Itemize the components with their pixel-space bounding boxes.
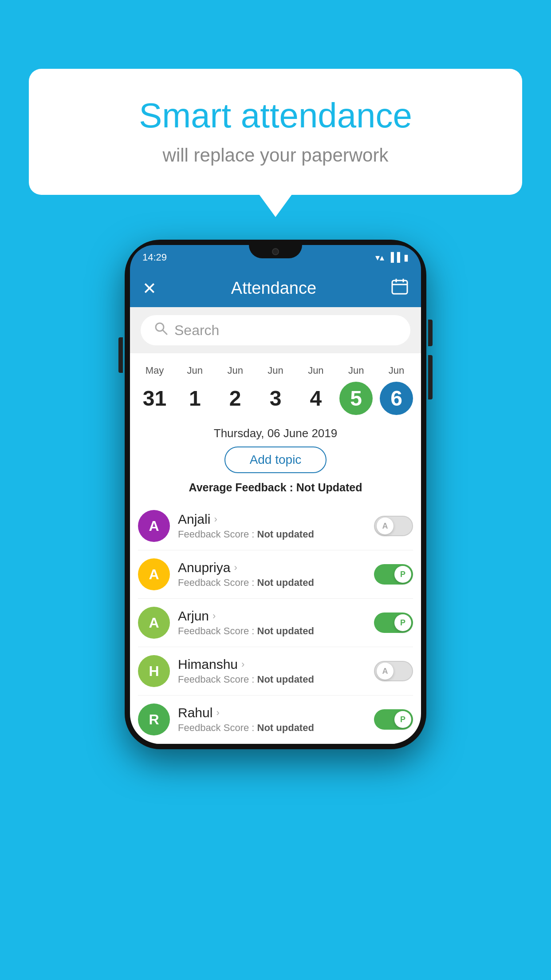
student-info-1: Anupriya ›Feedback Score : Not updated bbox=[178, 560, 374, 589]
search-container: Search bbox=[130, 307, 421, 353]
student-name-2[interactable]: Arjun › bbox=[178, 609, 374, 624]
date-scroll[interactable]: May31Jun1Jun2Jun3Jun4Jun5Jun6 bbox=[130, 353, 421, 423]
status-icons: ▾▴ ▐▐ ▮ bbox=[375, 252, 409, 263]
student-info-0: Anjali ›Feedback Score : Not updated bbox=[178, 512, 374, 540]
phone-notch bbox=[249, 245, 302, 258]
add-topic-container: Add topic bbox=[130, 447, 421, 473]
bubble-title: Smart attendance bbox=[64, 95, 487, 136]
close-icon[interactable]: ✕ bbox=[142, 279, 157, 298]
student-info-2: Arjun ›Feedback Score : Not updated bbox=[178, 609, 374, 637]
date-month-4: Jun bbox=[308, 365, 323, 376]
toggle-knob-2: P bbox=[394, 614, 411, 631]
avg-feedback-value: Not Updated bbox=[296, 481, 362, 494]
toggle-wrap-0[interactable]: A bbox=[374, 516, 413, 536]
toggle-wrap-2[interactable]: P bbox=[374, 612, 413, 633]
date-day-0[interactable]: 31 bbox=[138, 382, 171, 415]
phone-wrapper: 14:29 ▾▴ ▐▐ ▮ ✕ Attendance bbox=[125, 240, 426, 749]
avatar-0: A bbox=[138, 510, 170, 542]
toggle-4[interactable]: P bbox=[374, 709, 413, 730]
student-name-3[interactable]: Himanshu › bbox=[178, 657, 374, 672]
date-day-5[interactable]: 5 bbox=[339, 382, 373, 415]
date-day-2[interactable]: 2 bbox=[219, 382, 252, 415]
phone-screen: Search May31Jun1Jun2Jun3Jun4Jun5Jun6 Thu… bbox=[130, 307, 421, 744]
volume-button bbox=[118, 337, 123, 373]
toggle-0[interactable]: A bbox=[374, 516, 413, 536]
toggle-1[interactable]: P bbox=[374, 564, 413, 585]
signal-icon: ▐▐ bbox=[388, 252, 400, 262]
avatar-2: A bbox=[138, 607, 170, 639]
calendar-icon[interactable] bbox=[391, 277, 409, 299]
date-day-1[interactable]: 1 bbox=[178, 382, 212, 415]
add-topic-button[interactable]: Add topic bbox=[224, 447, 327, 473]
date-col-0[interactable]: May31 bbox=[134, 361, 175, 419]
bubble-subtitle: will replace your paperwork bbox=[64, 145, 487, 166]
status-bar: 14:29 ▾▴ ▐▐ ▮ bbox=[130, 245, 421, 269]
avatar-1: A bbox=[138, 558, 170, 590]
speech-bubble: Smart attendance will replace your paper… bbox=[29, 69, 522, 195]
toggle-knob-0: A bbox=[377, 518, 394, 534]
student-name-0[interactable]: Anjali › bbox=[178, 512, 374, 527]
avatar-4: R bbox=[138, 703, 170, 735]
app-title: Attendance bbox=[231, 279, 316, 298]
avg-feedback-label: Average Feedback : bbox=[189, 481, 296, 494]
camera-dot bbox=[272, 248, 279, 255]
selected-date: Thursday, 06 June 2019 bbox=[130, 423, 421, 447]
student-row-4[interactable]: RRahul ›Feedback Score : Not updatedP bbox=[138, 695, 413, 744]
student-feedback-2: Feedback Score : Not updated bbox=[178, 625, 374, 637]
status-time: 14:29 bbox=[142, 252, 167, 263]
toggle-wrap-3[interactable]: A bbox=[374, 661, 413, 681]
toggle-2[interactable]: P bbox=[374, 612, 413, 633]
toggle-knob-3: A bbox=[377, 663, 394, 680]
search-icon bbox=[154, 321, 168, 339]
date-month-0: May bbox=[146, 365, 164, 376]
svg-line-5 bbox=[163, 330, 167, 334]
date-month-6: Jun bbox=[389, 365, 404, 376]
svg-rect-0 bbox=[392, 281, 407, 294]
date-day-4[interactable]: 4 bbox=[299, 382, 332, 415]
date-day-3[interactable]: 3 bbox=[259, 382, 292, 415]
toggle-wrap-1[interactable]: P bbox=[374, 564, 413, 585]
student-row-0[interactable]: AAnjali ›Feedback Score : Not updatedA bbox=[138, 502, 413, 550]
student-row-2[interactable]: AArjun ›Feedback Score : Not updatedP bbox=[138, 599, 413, 647]
camera-button bbox=[428, 355, 433, 399]
date-col-4[interactable]: Jun4 bbox=[295, 361, 336, 419]
toggle-3[interactable]: A bbox=[374, 661, 413, 681]
student-feedback-4: Feedback Score : Not updated bbox=[178, 722, 374, 734]
date-month-5: Jun bbox=[348, 365, 364, 376]
app-bar: ✕ Attendance bbox=[130, 269, 421, 307]
battery-icon: ▮ bbox=[404, 252, 409, 263]
student-list: AAnjali ›Feedback Score : Not updatedAAA… bbox=[130, 502, 421, 744]
student-info-4: Rahul ›Feedback Score : Not updated bbox=[178, 705, 374, 734]
date-day-6[interactable]: 6 bbox=[380, 382, 413, 415]
student-feedback-1: Feedback Score : Not updated bbox=[178, 577, 374, 589]
date-col-1[interactable]: Jun1 bbox=[175, 361, 215, 419]
toggle-knob-4: P bbox=[394, 711, 411, 728]
avg-feedback: Average Feedback : Not Updated bbox=[130, 481, 421, 502]
search-bar[interactable]: Search bbox=[141, 315, 410, 345]
avatar-3: H bbox=[138, 655, 170, 687]
phone-outer: 14:29 ▾▴ ▐▐ ▮ ✕ Attendance bbox=[125, 240, 426, 749]
power-button bbox=[428, 320, 433, 346]
date-month-3: Jun bbox=[268, 365, 283, 376]
toggle-wrap-4[interactable]: P bbox=[374, 709, 413, 730]
student-name-4[interactable]: Rahul › bbox=[178, 705, 374, 720]
date-col-6[interactable]: Jun6 bbox=[376, 361, 417, 419]
date-col-5[interactable]: Jun5 bbox=[336, 361, 376, 419]
date-col-2[interactable]: Jun2 bbox=[215, 361, 256, 419]
date-month-1: Jun bbox=[187, 365, 203, 376]
wifi-icon: ▾▴ bbox=[375, 252, 384, 263]
student-name-1[interactable]: Anupriya › bbox=[178, 560, 374, 575]
search-placeholder: Search bbox=[174, 322, 219, 339]
toggle-knob-1: P bbox=[394, 566, 411, 583]
student-row-1[interactable]: AAnupriya ›Feedback Score : Not updatedP bbox=[138, 550, 413, 599]
student-feedback-0: Feedback Score : Not updated bbox=[178, 529, 374, 540]
date-col-3[interactable]: Jun3 bbox=[256, 361, 296, 419]
student-row-3[interactable]: HHimanshu ›Feedback Score : Not updatedA bbox=[138, 647, 413, 695]
student-feedback-3: Feedback Score : Not updated bbox=[178, 674, 374, 685]
date-month-2: Jun bbox=[227, 365, 243, 376]
speech-bubble-container: Smart attendance will replace your paper… bbox=[29, 69, 522, 195]
student-info-3: Himanshu ›Feedback Score : Not updated bbox=[178, 657, 374, 685]
